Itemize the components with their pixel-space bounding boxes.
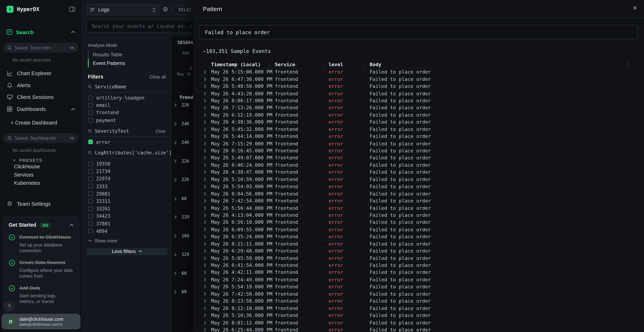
get-started-item[interactable]: Add Data Start sending logs, metrics, or…: [8, 285, 74, 304]
filter-option[interactable]: artillery-loadgen: [86, 94, 168, 102]
chevron-right-icon[interactable]: [203, 127, 211, 131]
chevron-right-icon[interactable]: [174, 103, 176, 107]
chevron-right-icon[interactable]: [203, 134, 211, 138]
close-icon[interactable]: ×: [633, 4, 637, 12]
filter-option[interactable]: 4894: [86, 227, 168, 235]
table-row[interactable]: May 26 5:54:03.000 PM frontend error Fai…: [203, 183, 640, 190]
preset-item[interactable]: ClickHouse: [0, 162, 82, 171]
sidebar-item-search[interactable]: Search: [0, 26, 82, 38]
table-row[interactable]: May 26 8:16:45.000 PM frontend error Fai…: [203, 148, 640, 154]
filter-option[interactable]: frontend: [86, 109, 168, 116]
chevron-right-icon[interactable]: [203, 320, 211, 325]
table-options-icon[interactable]: ⋮: [626, 62, 630, 67]
checkbox[interactable]: [88, 214, 93, 218]
checkbox[interactable]: [88, 176, 93, 181]
table-row[interactable]: May 26 7:13:26.000 PM frontend error Fai…: [203, 104, 640, 112]
presets-toggle[interactable]: PRESETS: [0, 158, 82, 163]
checkbox[interactable]: [88, 199, 93, 204]
saved-searches-input[interactable]: ⌘K: [3, 43, 78, 52]
sidebar-item-client-sessions[interactable]: Client Sessions: [0, 91, 82, 103]
column-header-timestamp[interactable]: Timestamp (Local) ⋮: [211, 62, 275, 67]
filter-option[interactable]: email: [86, 102, 168, 109]
user-menu[interactable]: D dale@clickhouse.com dale@clickhouse.co…: [2, 314, 80, 329]
table-row[interactable]: May 26 5:56:44.000 PM frontend error Fai…: [203, 205, 640, 212]
chevron-right-icon[interactable]: [203, 142, 211, 146]
chevron-right-icon[interactable]: [203, 278, 211, 282]
filter-option[interactable]: error: [86, 138, 168, 146]
table-row[interactable]: May 26 4:30:36.000 PM frontend error Fai…: [203, 119, 640, 126]
checkbox-checked[interactable]: [88, 140, 93, 144]
table-row[interactable]: May 26 8:04:56.000 PM frontend error Fai…: [203, 190, 640, 198]
table-row[interactable]: May 26 5:15:08.000 PM frontend error Fai…: [203, 68, 640, 76]
sidebar-item-chart-explorer[interactable]: Chart Explorer: [0, 68, 82, 80]
column-separator-icon[interactable]: ⋮: [362, 62, 366, 67]
table-row[interactable]: May 26 6:25:44.000 PM frontend error Fai…: [203, 326, 640, 332]
column-header-service[interactable]: Service ⋮: [275, 62, 328, 67]
chevron-right-icon[interactable]: [203, 170, 211, 174]
get-started-item[interactable]: Connect to ClickHouse Set up your databa…: [8, 234, 74, 254]
checkbox[interactable]: [88, 169, 93, 174]
saved-dashboards-field[interactable]: [15, 136, 58, 140]
chevron-right-icon[interactable]: [203, 156, 211, 160]
show-more-link[interactable]: Show more: [88, 238, 168, 243]
preset-item[interactable]: Services: [0, 171, 82, 179]
checkbox[interactable]: [88, 222, 93, 226]
chevron-up-icon[interactable]: [70, 224, 74, 226]
table-row[interactable]: May 26 7:24:49.000 PM frontend error Fai…: [203, 276, 640, 283]
table-row[interactable]: May 26 6:56:10.000 PM frontend error Fai…: [203, 219, 640, 226]
preset-item[interactable]: Kubernetes: [0, 179, 82, 187]
source-select[interactable]: Logs: [86, 4, 160, 15]
filter-option[interactable]: 22974: [86, 175, 168, 183]
chevron-right-icon[interactable]: [203, 220, 211, 224]
table-row[interactable]: May 26 6:47:36.000 PM frontend error Fai…: [203, 76, 640, 83]
chevron-right-icon[interactable]: [203, 70, 211, 74]
chevron-right-icon[interactable]: [203, 328, 211, 332]
filter-option[interactable]: 37801: [86, 220, 168, 227]
saved-dashboards-input[interactable]: ⌘K: [3, 133, 78, 143]
sidebar-item-dashboards[interactable]: Dashboards: [0, 103, 82, 115]
column-header-level[interactable]: level ⋮: [328, 62, 370, 67]
less-filters-button[interactable]: Less filters: [86, 248, 168, 255]
table-row[interactable]: May 26 8:01:12.000 PM frontend error Fai…: [203, 319, 640, 326]
table-row[interactable]: May 26 8:06:17.000 PM frontend error Fai…: [203, 97, 640, 104]
chevron-right-icon[interactable]: [203, 206, 211, 210]
chevron-right-icon[interactable]: [203, 292, 211, 296]
mode-event-patterns[interactable]: Event Patterns: [88, 59, 168, 67]
chevron-right-icon[interactable]: [203, 299, 211, 303]
sidebar-item-alerts[interactable]: Alerts: [0, 79, 82, 91]
chevron-right-icon[interactable]: [203, 235, 211, 239]
table-row[interactable]: May 26 6:29:48.000 PM frontend error Fai…: [203, 248, 640, 255]
filter-option[interactable]: 33261: [86, 205, 168, 212]
table-row[interactable]: May 26 8:23:58.000 PM frontend error Fai…: [203, 298, 640, 305]
get-started-item[interactable]: Create Data Sources Configure where your…: [8, 260, 74, 279]
chevron-right-icon[interactable]: [203, 177, 211, 182]
chevron-right-icon[interactable]: [203, 184, 211, 188]
table-row[interactable]: May 26 4:13:04.000 PM frontend error Fai…: [203, 212, 640, 219]
chevron-right-icon[interactable]: [203, 120, 211, 124]
table-row[interactable]: May 26 5:45:32.000 PM frontend error Fai…: [203, 126, 640, 133]
table-row[interactable]: May 26 6:46:24.000 PM frontend error Fai…: [203, 162, 640, 169]
chevron-right-icon[interactable]: [174, 252, 176, 257]
checkbox[interactable]: [88, 184, 93, 188]
chevron-right-icon[interactable]: [203, 306, 211, 310]
table-row[interactable]: May 26 4:43:20.000 PM frontend error Fai…: [203, 90, 640, 97]
checkbox[interactable]: [88, 162, 93, 166]
saved-searches-field[interactable]: [15, 45, 58, 50]
chevron-right-icon[interactable]: [203, 84, 211, 88]
sidebar-collapse-icon[interactable]: [69, 6, 75, 12]
chevron-right-icon[interactable]: [174, 271, 176, 275]
chevron-right-icon[interactable]: [203, 77, 211, 81]
help-button[interactable]: ?: [4, 301, 14, 311]
filter-option[interactable]: 32311: [86, 198, 168, 205]
table-row[interactable]: May 26 4:38:47.000 PM frontend error Fai…: [203, 169, 640, 176]
table-row[interactable]: May 26 5:05:59.000 PM frontend error Fai…: [203, 255, 640, 262]
column-header-body[interactable]: Body: [370, 62, 640, 67]
checkbox[interactable]: [88, 110, 93, 115]
chevron-right-icon[interactable]: [203, 213, 211, 217]
table-row[interactable]: May 26 5:44:14.000 PM frontend error Fai…: [203, 133, 640, 140]
chevron-right-icon[interactable]: [203, 285, 211, 289]
chevron-right-icon[interactable]: [174, 122, 176, 126]
sidebar-item-team-settings[interactable]: ⚙ Team Settings: [0, 198, 82, 210]
checkbox[interactable]: [88, 103, 93, 108]
table-row[interactable]: May 26 5:48:50.000 PM frontend error Fai…: [203, 83, 640, 90]
